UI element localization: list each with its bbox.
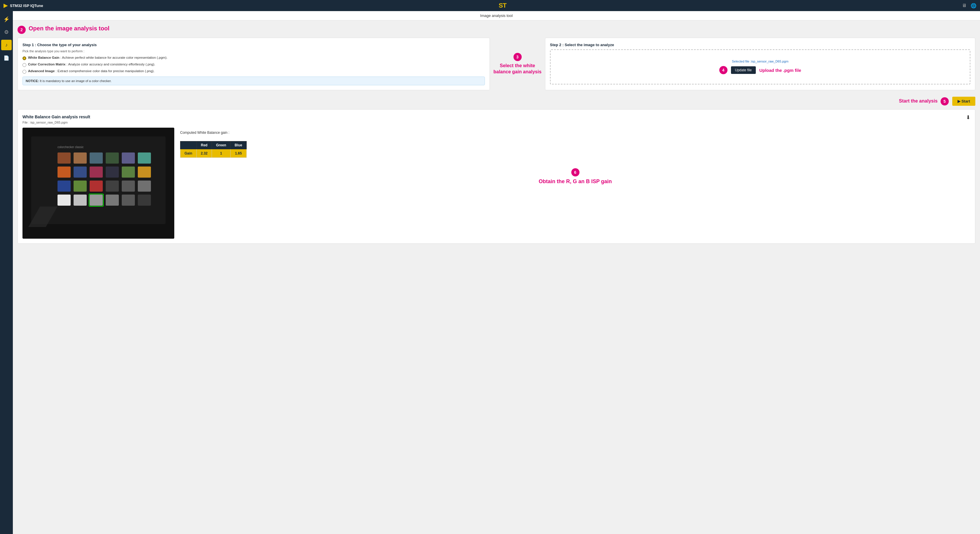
wb-label: Computed White Balance gain : <box>180 131 970 135</box>
step1-pick-label: Pick the analysis type you want to perfo… <box>22 49 485 53</box>
svg-rect-26 <box>122 194 135 206</box>
obtain-label: Obtain the R, G an B ISP gain <box>539 178 612 185</box>
annotation3-container: 3 Select the whitebalance gain analysis <box>493 38 541 90</box>
svg-rect-17 <box>90 180 103 191</box>
upload-controls: 4 Update file Upload the .pgm file <box>719 66 801 74</box>
annotation4-bubble: 4 <box>719 66 727 74</box>
wb-cell-label: Gain <box>180 149 197 158</box>
wb-cell-green: 1 <box>212 149 231 158</box>
svg-rect-7 <box>122 153 135 164</box>
step1-panel: Step 1 : Choose the type of your analysi… <box>18 38 490 90</box>
svg-rect-5 <box>90 153 103 164</box>
selected-file-label: Selected file :isp_sensor_raw_D65.pgm <box>732 60 789 63</box>
option-white-balance[interactable]: White Balance Gain : Achieve perfect whi… <box>22 56 485 60</box>
svg-rect-3 <box>57 153 71 164</box>
svg-rect-25 <box>106 194 119 206</box>
notice-label: NOTICE: <box>26 79 39 83</box>
app-body: ⚡ ⚙ ♪ 📄 Image analysis tool 2 Open the i… <box>0 11 980 534</box>
radio-advanced-image[interactable] <box>22 70 26 73</box>
svg-rect-27 <box>138 194 151 206</box>
wb-row-gain: Gain 2.32 1 1.65 <box>180 149 247 158</box>
svg-rect-24 <box>90 194 103 206</box>
results-file: File : isp_sensor_raw_D65.pgm <box>22 121 970 124</box>
wb-header-red: Red <box>196 141 212 149</box>
monitor-icon[interactable]: 🖥 <box>962 3 967 8</box>
topbar-right: 🖥 🌐 <box>962 3 977 8</box>
svg-rect-15 <box>57 180 71 191</box>
steps-row: Step 1 : Choose the type of your analysi… <box>18 38 975 90</box>
sidebar: ⚡ ⚙ ♪ 📄 <box>0 11 13 534</box>
topbar-left: ▶ STM32 ISP IQTune <box>3 2 43 9</box>
notice-box: NOTICE: It is mandatory to use an image … <box>22 77 485 85</box>
upload-hint-label: Upload the .pgm file <box>759 68 801 73</box>
st-logo: ST <box>499 2 506 9</box>
sidebar-item-waveform[interactable]: ♪ <box>1 40 12 50</box>
wb-header-empty <box>180 141 197 149</box>
wb-cell-blue: 1.65 <box>230 149 247 158</box>
svg-rect-22 <box>73 194 87 206</box>
step2-panel: Step 2 : Select the image to analyze Sel… <box>545 38 975 90</box>
radio-color-correction[interactable] <box>22 63 26 67</box>
svg-text:colorchecker classic: colorchecker classic <box>57 145 83 149</box>
notice-text: It is mandatory to use an image of a col… <box>40 79 111 83</box>
section-title: Open the image analysis tool <box>29 25 110 32</box>
step2-bubble: 2 <box>18 26 26 34</box>
svg-rect-16 <box>73 180 87 191</box>
svg-rect-13 <box>122 166 135 178</box>
results-header: White Balance Gain analysis result ⬇ <box>22 114 970 121</box>
start-annotation: Start the analysis 5 <box>899 97 949 105</box>
svg-rect-4 <box>73 153 87 164</box>
file-upload-area: Selected file :isp_sensor_raw_D65.pgm 4 … <box>550 49 970 84</box>
start-button[interactable]: ▶ Start <box>952 97 975 106</box>
annotation3-text: Select the whitebalance gain analysis <box>493 63 541 75</box>
page-title-bar: Image analysis tool <box>13 11 980 21</box>
option-wb-name: White Balance Gain <box>28 56 59 59</box>
svg-rect-9 <box>57 166 71 178</box>
annotation5-bubble: 5 <box>940 97 949 105</box>
topbar: ▶ STM32 ISP IQTune ST 🖥 🌐 <box>0 0 980 11</box>
colorchecker-svg: colorchecker classic <box>22 128 174 239</box>
download-button[interactable]: ⬇ <box>966 114 970 121</box>
start-row: Start the analysis 5 ▶ Start <box>18 97 975 106</box>
page-title: Image analysis tool <box>480 13 512 18</box>
svg-rect-8 <box>138 153 151 164</box>
step1-label: Step 1 : Choose the type of your analysi… <box>22 43 485 47</box>
annotation3-bubble: 3 <box>514 53 522 61</box>
svg-rect-11 <box>90 166 103 178</box>
st-triangle-icon: ▶ <box>3 2 8 9</box>
option-color-correction[interactable]: Color Correction Matrix : Analyze color … <box>22 62 485 67</box>
app-title: STM32 ISP IQTune <box>10 3 43 8</box>
sidebar-item-connect[interactable]: ⚡ <box>1 14 12 24</box>
svg-rect-6 <box>106 153 119 164</box>
svg-rect-19 <box>122 180 135 191</box>
results-body: colorchecker classic <box>22 128 970 239</box>
option-wb-desc: : Achieve perfect white balance for accu… <box>60 56 167 59</box>
svg-rect-12 <box>106 166 119 178</box>
option-cc-name: Color Correction Matrix <box>28 62 65 66</box>
svg-rect-20 <box>138 180 151 191</box>
option-ai-name: Advanced Image <box>28 69 54 73</box>
topbar-center: ST <box>499 2 506 10</box>
step2-label: Step 2 : Select the image to analyze <box>550 43 970 47</box>
wb-header-blue: Blue <box>230 141 247 149</box>
colorchecker-image: colorchecker classic <box>22 128 174 239</box>
main-content: 2 Open the image analysis tool Step 1 : … <box>13 21 980 248</box>
sidebar-item-tune[interactable]: ⚙ <box>1 27 12 37</box>
svg-rect-14 <box>138 166 151 178</box>
radio-white-balance[interactable] <box>22 56 26 60</box>
start-label: Start the analysis <box>899 98 938 104</box>
option-ai-desc: : Extract comprehensive color data for p… <box>56 69 155 73</box>
svg-rect-18 <box>106 180 119 191</box>
annotation6-bubble: 6 <box>571 168 579 177</box>
globe-icon[interactable]: 🌐 <box>970 3 977 8</box>
results-right: Computed White Balance gain : Red Green … <box>180 128 970 185</box>
content-area: Image analysis tool 2 Open the image ana… <box>13 11 980 534</box>
results-panel: White Balance Gain analysis result ⬇ Fil… <box>18 109 975 244</box>
svg-rect-10 <box>73 166 87 178</box>
update-file-button[interactable]: Update file <box>731 66 756 74</box>
svg-rect-21 <box>57 194 71 206</box>
wb-header-green: Green <box>212 141 231 149</box>
option-advanced-image[interactable]: Advanced Image : Extract comprehensive c… <box>22 69 485 73</box>
sidebar-item-document[interactable]: 📄 <box>1 53 12 63</box>
wb-table: Red Green Blue Gain 2.32 1 1 <box>180 141 247 158</box>
